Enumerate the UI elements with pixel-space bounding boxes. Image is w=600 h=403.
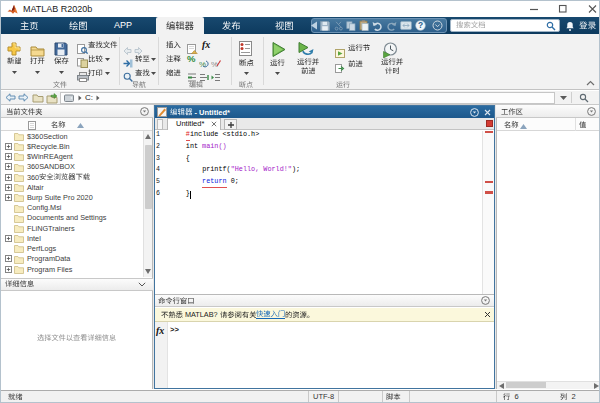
- svg-text:%: %: [211, 60, 218, 69]
- svg-text:?: ?: [418, 20, 423, 30]
